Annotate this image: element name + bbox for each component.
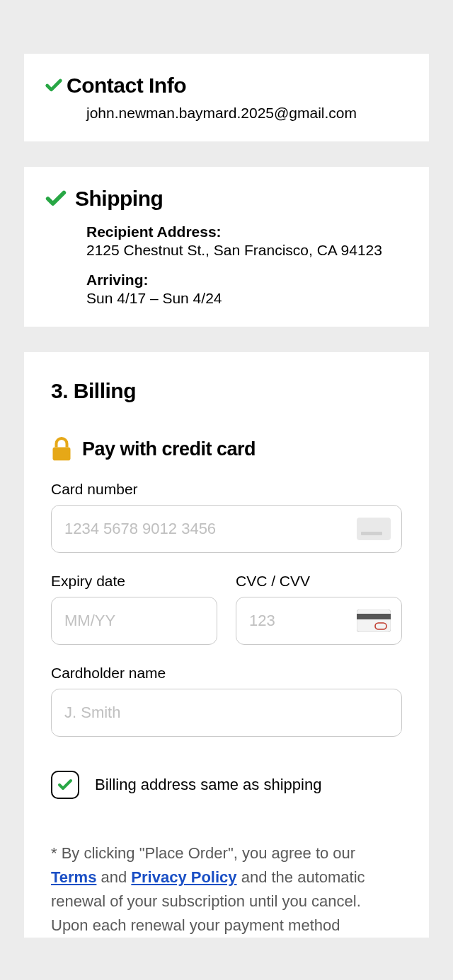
card-number-label: Card number (51, 481, 402, 498)
cvc-label: CVC / CVV (236, 573, 402, 590)
privacy-policy-link[interactable]: Privacy Policy (131, 868, 236, 886)
disclaimer-text: and (96, 868, 131, 886)
recipient-address-value: 2125 Chestnut St., San Francisco, CA 941… (86, 242, 409, 259)
check-icon (44, 76, 64, 95)
terms-link[interactable]: Terms (51, 868, 96, 886)
cardholder-name-label: Cardholder name (51, 665, 402, 682)
lock-icon (51, 437, 72, 461)
expiry-input[interactable] (51, 597, 217, 645)
shipping-section: Shipping Recipient Address: 2125 Chestnu… (24, 167, 429, 327)
contact-info-section: Contact Info john.newman.baymard.2025@gm… (24, 54, 429, 141)
cvc-input[interactable] (236, 597, 402, 645)
contact-email-value: john.newman.baymard.2025@gmail.com (86, 105, 409, 122)
svg-rect-0 (53, 448, 71, 461)
contact-info-title: Contact Info (67, 74, 186, 98)
arriving-label: Arriving: (86, 272, 409, 288)
order-disclaimer: * By clicking "Place Order", you agree t… (51, 841, 402, 938)
expiry-label: Expiry date (51, 573, 217, 590)
pay-with-card-heading: Pay with credit card (82, 438, 256, 460)
billing-same-as-shipping-checkbox[interactable] (51, 771, 79, 799)
cardholder-name-input[interactable] (51, 689, 402, 737)
recipient-address-label: Recipient Address: (86, 223, 409, 240)
check-icon (57, 776, 74, 793)
billing-title: 3. Billing (51, 379, 402, 403)
billing-same-as-shipping-label: Billing address same as shipping (95, 776, 321, 794)
disclaimer-text: * By clicking "Place Order", you agree t… (51, 844, 355, 862)
arriving-value: Sun 4/17 – Sun 4/24 (86, 290, 409, 307)
billing-section: 3. Billing Pay with credit card Card num… (24, 352, 429, 938)
check-icon (44, 187, 68, 211)
card-number-input[interactable] (51, 505, 402, 553)
shipping-title: Shipping (75, 187, 163, 211)
